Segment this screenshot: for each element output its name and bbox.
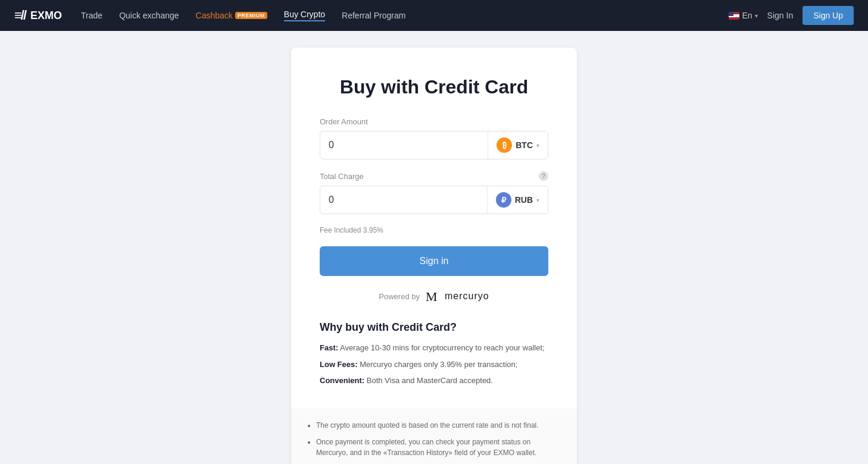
- navbar: ≡// EXMO Trade Quick exchange Cashback P…: [0, 0, 868, 31]
- navbar-right: En ▾ Sign In Sign Up: [729, 6, 854, 25]
- main-content: Buy with Credit Card Order Amount ₿ BTC …: [0, 31, 868, 464]
- why-section: Why buy with Credit Card? Fast: Average …: [320, 321, 548, 387]
- why-convenient-text: Both Visa and MasterCard accepted.: [364, 376, 493, 385]
- why-convenient: Convenient: Both Visa and MasterCard acc…: [320, 375, 548, 387]
- total-charge-input-row: ₽ RUB ▾: [320, 186, 548, 214]
- flag-icon: [729, 12, 739, 20]
- logo-icon: ≡//: [14, 8, 26, 23]
- nav-quick-exchange[interactable]: Quick exchange: [119, 11, 179, 20]
- powered-by-section: Powered by M mercuryo: [320, 288, 548, 305]
- why-fees-label: Low Fees:: [320, 360, 358, 369]
- lang-label: En: [742, 11, 752, 20]
- buy-crypto-card: Buy with Credit Card Order Amount ₿ BTC …: [291, 48, 577, 464]
- rub-currency-selector[interactable]: ₽ RUB ▾: [487, 186, 548, 214]
- why-fast-text: Average 10-30 mins for cryptocurrency to…: [338, 343, 545, 352]
- disclaimer-section: The crypto amount quoted is based on the…: [291, 408, 577, 465]
- why-title: Why buy with Credit Card?: [320, 321, 548, 334]
- why-convenient-label: Convenient:: [320, 376, 364, 385]
- btc-chevron-icon: ▾: [536, 142, 539, 149]
- order-amount-input[interactable]: [320, 133, 488, 158]
- nav-trade[interactable]: Trade: [81, 11, 102, 20]
- disclaimer-item-1: The crypto amount quoted is based on the…: [316, 420, 563, 431]
- total-charge-input[interactable]: [320, 187, 487, 212]
- svg-text:M: M: [426, 289, 438, 304]
- card-inner: Buy with Credit Card Order Amount ₿ BTC …: [291, 48, 577, 408]
- order-amount-input-row: ₿ BTC ▾: [320, 131, 548, 159]
- rub-chevron-icon: ▾: [536, 197, 539, 203]
- total-charge-label-row: Total Charge ?: [320, 171, 548, 181]
- nav-buy-crypto[interactable]: Buy Crypto: [284, 10, 325, 21]
- page-title: Buy with Credit Card: [320, 76, 548, 98]
- why-fees-text: Mercuryo charges only 3.95% per transact…: [358, 360, 518, 369]
- why-fast-label: Fast:: [320, 343, 338, 352]
- disclaimer-list: The crypto amount quoted is based on the…: [305, 420, 563, 465]
- chevron-down-icon: ▾: [755, 12, 758, 19]
- rub-icon: ₽: [496, 192, 511, 208]
- why-fees: Low Fees: Mercuryo charges only 3.95% pe…: [320, 359, 548, 371]
- sign-in-button[interactable]: Sign in: [320, 246, 548, 276]
- nav-referral[interactable]: Referral Program: [342, 11, 405, 20]
- lang-selector[interactable]: En ▾: [729, 11, 757, 20]
- fee-text: Fee Included 3.95%: [320, 226, 548, 234]
- disclaimer-item-2: Once payment is completed, you can check…: [316, 437, 563, 458]
- btc-icon: ₿: [497, 137, 512, 153]
- order-amount-label: Order Amount: [320, 117, 548, 126]
- premium-badge: PREMIUM: [235, 12, 267, 19]
- logo-text: EXMO: [30, 10, 62, 22]
- help-icon[interactable]: ?: [539, 171, 548, 181]
- why-fast: Fast: Average 10-30 mins for cryptocurre…: [320, 342, 548, 354]
- cashback-label: Cashback: [196, 11, 233, 20]
- powered-by-label: Powered by: [379, 292, 420, 301]
- signin-button[interactable]: Sign In: [767, 11, 794, 20]
- btc-currency-label: BTC: [516, 140, 533, 150]
- signup-button[interactable]: Sign Up: [803, 6, 854, 25]
- btc-currency-selector[interactable]: ₿ BTC ▾: [488, 131, 548, 159]
- nav-cashback[interactable]: Cashback PREMIUM: [196, 11, 267, 20]
- mercuryo-text: mercuryo: [445, 291, 489, 302]
- logo[interactable]: ≡// EXMO: [14, 8, 62, 23]
- mercuryo-m-icon: M: [424, 288, 441, 305]
- navbar-links: Trade Quick exchange Cashback PREMIUM Bu…: [81, 10, 710, 21]
- total-charge-label-text: Total Charge: [320, 172, 364, 181]
- rub-currency-label: RUB: [515, 195, 533, 205]
- mercuryo-logo: M mercuryo: [424, 288, 489, 305]
- order-amount-label-text: Order Amount: [320, 117, 368, 126]
